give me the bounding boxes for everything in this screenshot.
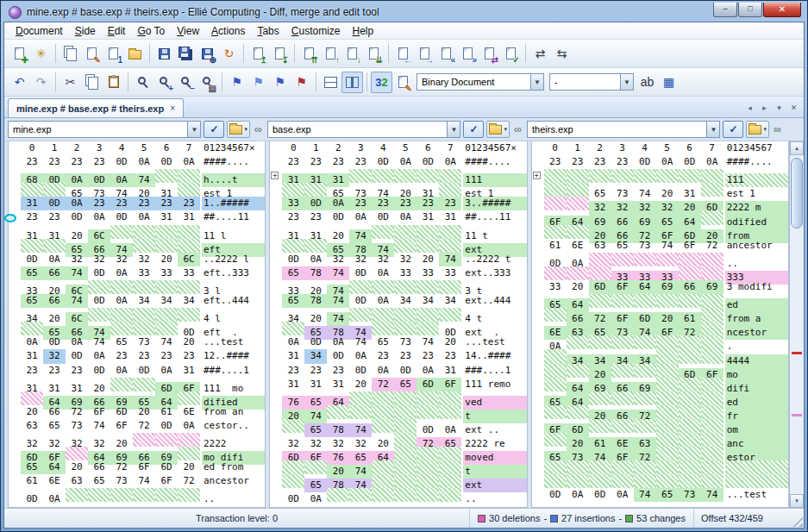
hex-byte-cell[interactable]	[155, 280, 178, 294]
toggle-bookmark[interactable]: ⚑	[247, 72, 269, 93]
hex-row[interactable]: +313131111	[270, 169, 526, 183]
hex-byte-cell[interactable]: 34	[178, 294, 200, 308]
hex-byte-cell[interactable]	[701, 169, 723, 183]
hex-row[interactable]: 6566740D0A333333eft..333	[9, 266, 265, 280]
hex-byte-cell[interactable]	[88, 488, 110, 502]
hex-byte-cell[interactable]: 23	[88, 155, 110, 169]
hex-byte-cell[interactable]	[178, 225, 200, 239]
hex-byte-cell[interactable]: 0D	[304, 197, 327, 210]
menu-side[interactable]: Side	[69, 23, 102, 39]
hex-byte-cell[interactable]	[394, 169, 417, 183]
hex-byte-cell[interactable]	[679, 391, 701, 405]
hex-byte-cell[interactable]: 23	[43, 155, 66, 169]
scrollbar-track[interactable]	[790, 155, 804, 494]
hex-row[interactable]: 6573742031est 1	[532, 183, 788, 197]
ascii-cell[interactable]: ####....	[202, 155, 266, 169]
scrollbar-thumb[interactable]	[791, 158, 803, 228]
hex-row[interactable]: 6578740Dext .	[270, 322, 526, 335]
hex-row[interactable]: 6573742031est 1	[9, 183, 265, 197]
hex-byte-cell[interactable]: 74	[327, 266, 349, 280]
hex-byte-cell[interactable]: 0D	[372, 155, 394, 169]
hex-row[interactable]: 32323232202222	[9, 433, 265, 447]
hex-byte-cell[interactable]: 78	[304, 294, 327, 308]
hex-byte-cell[interactable]	[133, 488, 155, 502]
hex-byte-cell[interactable]	[611, 474, 634, 488]
hex-byte-cell[interactable]	[417, 447, 439, 460]
hex-byte-cell[interactable]	[282, 474, 304, 488]
hex-row[interactable]: 656674eft	[9, 239, 265, 253]
hex-row[interactable]: 6578740D0A333333ext..333	[270, 266, 526, 280]
hex-byte-cell[interactable]: 74	[88, 419, 110, 433]
hex-byte-cell[interactable]	[589, 391, 611, 405]
hex-byte-cell[interactable]	[589, 474, 611, 488]
hex-byte-cell[interactable]: 23	[21, 155, 43, 169]
new-numbered-document[interactable]: 1	[103, 43, 124, 65]
chevron-down-icon[interactable]: ▼	[530, 74, 543, 90]
hex-byte-cell[interactable]: 0D	[394, 364, 417, 378]
hex-byte-cell[interactable]	[110, 322, 133, 335]
hex-byte-cell[interactable]: 65	[110, 335, 133, 349]
hex-byte-cell[interactable]	[110, 378, 133, 391]
hex-row[interactable]: 680D0A0D0A74h....t	[9, 169, 265, 183]
hex-byte-cell[interactable]: 23	[589, 155, 611, 169]
hex-byte-cell[interactable]: 66	[88, 460, 110, 474]
hex-byte-cell[interactable]	[43, 183, 66, 197]
hex-byte-cell[interactable]: 6F	[133, 460, 155, 474]
hex-row[interactable]: 6566740D0A343434eft..444	[9, 294, 265, 308]
maximize-button[interactable]: □	[738, 3, 762, 17]
hex-byte-cell[interactable]	[304, 239, 327, 253]
hex-byte-cell[interactable]	[372, 322, 394, 335]
save-to-remote[interactable]: ⊕	[197, 43, 218, 65]
hex-byte-cell[interactable]	[656, 364, 679, 378]
hex-byte-cell[interactable]: 33	[417, 266, 439, 280]
ascii-cell[interactable]: ...test	[725, 488, 789, 502]
hex-byte-cell[interactable]: 34	[394, 294, 417, 308]
hex-byte-cell[interactable]: 72	[133, 419, 155, 433]
copy-change-to-right[interactable]: →	[414, 43, 435, 65]
hex-byte-cell[interactable]: 23	[110, 197, 133, 210]
ascii-cell[interactable]: ..2222 t	[463, 253, 527, 266]
hex-byte-cell[interactable]	[634, 294, 656, 308]
hex-byte-cell[interactable]: 20	[66, 460, 88, 474]
hex-byte-cell[interactable]: 74	[634, 488, 656, 502]
validate-pane-button[interactable]: ✓	[723, 121, 743, 138]
hex-byte-cell[interactable]	[656, 378, 679, 391]
hex-byte-cell[interactable]: 0A	[43, 492, 66, 506]
ascii-cell[interactable]: ###....1	[463, 364, 527, 378]
hex-byte-cell[interactable]: 72	[66, 405, 88, 419]
cut[interactable]: ✂	[60, 72, 81, 93]
copy-change-to-left[interactable]: ←	[392, 43, 414, 65]
hex-byte-cell[interactable]: 20	[21, 405, 43, 419]
hex-byte-cell[interactable]	[439, 474, 461, 488]
hex-byte-cell[interactable]: 23	[110, 349, 133, 363]
hex-byte-cell[interactable]	[679, 335, 701, 349]
hex-byte-cell[interactable]	[567, 197, 589, 210]
hex-byte-cell[interactable]: 32	[66, 253, 88, 266]
hex-byte-cell[interactable]	[544, 378, 567, 391]
hex-byte-cell[interactable]	[178, 183, 200, 197]
hex-byte-cell[interactable]: 23	[304, 155, 327, 169]
hex-byte-cell[interactable]: 23	[567, 155, 589, 169]
hex-byte-cell[interactable]: 63	[21, 419, 43, 433]
hex-byte-cell[interactable]: 32	[88, 253, 110, 266]
hex-byte-cell[interactable]	[701, 447, 723, 460]
hex-row[interactable]: 2074t	[270, 460, 526, 474]
hex-byte-cell[interactable]	[611, 419, 634, 433]
hex-byte-cell[interactable]	[155, 322, 178, 335]
hex-byte-cell[interactable]	[282, 322, 304, 335]
hex-row[interactable]: 6E636573746F72ncestor	[532, 322, 788, 335]
hex-byte-cell[interactable]: 23	[439, 349, 461, 363]
vertical-scrollbar[interactable]: ▴▾	[789, 141, 804, 508]
hex-byte-cell[interactable]: 23	[349, 155, 372, 169]
hex-byte-cell[interactable]: 6C	[178, 253, 200, 266]
hex-byte-cell[interactable]	[701, 322, 723, 335]
hex-byte-cell[interactable]	[304, 460, 327, 474]
file-selector-combo[interactable]: mine.exp▼	[8, 121, 201, 138]
hex-byte-cell[interactable]: 23	[43, 364, 66, 378]
hex-byte-cell[interactable]: 65	[611, 239, 634, 253]
hex-row[interactable]: 2074t	[270, 405, 526, 419]
hex-byte-cell[interactable]	[155, 169, 178, 183]
hex-byte-cell[interactable]	[656, 419, 679, 433]
hex-byte-cell[interactable]	[589, 266, 611, 280]
hex-row[interactable]: 232323230D0A0D0A####....	[270, 155, 526, 169]
